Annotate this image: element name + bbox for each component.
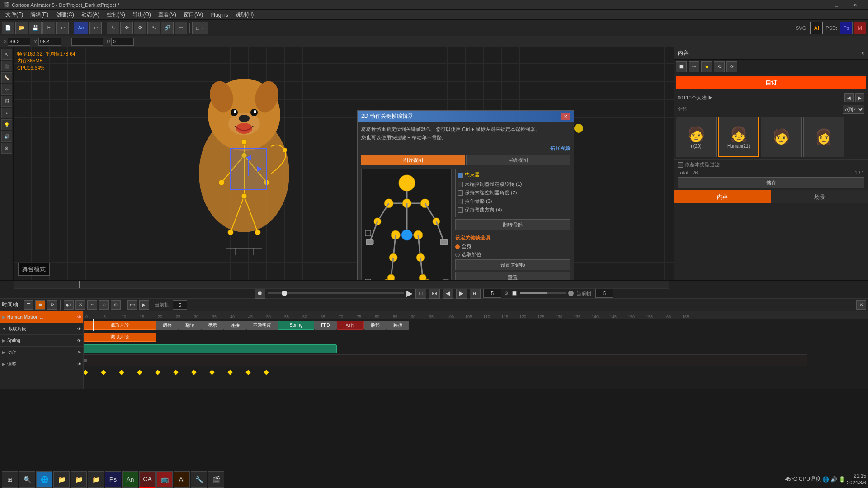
- sort-select[interactable]: A到Z: [843, 105, 864, 114]
- search-button[interactable]: 🔍: [19, 471, 35, 488]
- rotate-bones-button[interactable]: 翻转骨部: [455, 219, 570, 230]
- ps-button[interactable]: Ps: [840, 22, 853, 34]
- ai-btn[interactable]: Ai: [174, 471, 190, 488]
- check1[interactable]: [458, 182, 463, 187]
- taskbar-network[interactable]: 🌐: [822, 476, 829, 483]
- kf-7[interactable]: [209, 370, 214, 375]
- menu-export[interactable]: 导出(O): [129, 10, 155, 19]
- photoshop-button[interactable]: Ps: [105, 471, 121, 488]
- sidebar-select[interactable]: ↖: [1, 49, 12, 60]
- sidebar-settings[interactable]: ⚙: [1, 143, 12, 154]
- select-button[interactable]: ↖: [107, 22, 119, 34]
- menu-help[interactable]: 说明(H): [232, 10, 258, 19]
- volume-handle[interactable]: [568, 291, 574, 296]
- menu-animate[interactable]: 动态(A): [78, 10, 103, 19]
- clip-ffd[interactable]: FFD: [314, 321, 337, 330]
- edit-customize-button[interactable]: 自订: [676, 76, 866, 89]
- start-button[interactable]: ⊞: [2, 471, 18, 488]
- save-toolbar-button[interactable]: 💾: [29, 22, 42, 34]
- frame-input[interactable]: [483, 289, 501, 298]
- taskbar-volume[interactable]: 🔊: [830, 476, 837, 483]
- kf-1[interactable]: [101, 370, 106, 375]
- open-button[interactable]: 📂: [15, 22, 28, 34]
- expand-1[interactable]: ▶: [2, 314, 5, 319]
- kf-6[interactable]: [191, 370, 196, 375]
- step-fwd-button[interactable]: ▶: [456, 288, 467, 299]
- check2[interactable]: [458, 190, 463, 196]
- y-input[interactable]: [38, 38, 61, 46]
- canvas-area[interactable]: 帧率169.32, 平均值178.64 内存365MB CPU16.64%: [14, 47, 674, 280]
- play-button[interactable]: ▶: [406, 288, 413, 298]
- kf-10[interactable]: [264, 370, 269, 375]
- ae-button[interactable]: Ae: [74, 22, 88, 34]
- kf-3[interactable]: [137, 370, 142, 375]
- stop-button[interactable]: □: [415, 288, 426, 299]
- menu-plugins[interactable]: Plugins: [207, 11, 231, 19]
- tl-frame-input[interactable]: [173, 300, 187, 310]
- sidebar-camera[interactable]: 🎥: [1, 61, 12, 71]
- sidebar-bone[interactable]: 🦴: [1, 72, 12, 83]
- undo2-button[interactable]: ↩: [89, 22, 102, 34]
- skeleton-view[interactable]: [361, 169, 452, 280]
- sidebar-sprite[interactable]: 🖼: [1, 96, 12, 107]
- expand-4[interactable]: ▶: [2, 350, 5, 355]
- kf-5[interactable]: [173, 370, 178, 375]
- frame-button[interactable]: □→: [192, 22, 208, 34]
- tool6[interactable]: ✏: [175, 22, 187, 34]
- import-button[interactable]: ↩: [56, 22, 69, 34]
- ca-button[interactable]: CA: [139, 471, 156, 488]
- x-input[interactable]: [8, 38, 30, 46]
- clip-flip[interactable]: 翻转: [179, 321, 201, 330]
- track-spring-eye[interactable]: 👁: [77, 338, 81, 343]
- tab-content[interactable]: 内容: [674, 190, 771, 203]
- animate-button[interactable]: An: [122, 471, 138, 488]
- sidebar-mesh[interactable]: ⊹: [1, 84, 12, 95]
- kf-9[interactable]: [245, 370, 250, 375]
- clip-face[interactable]: 脸部: [364, 321, 387, 330]
- close-button[interactable]: ×: [846, 0, 864, 9]
- kf-tab-picture[interactable]: 图片视图: [361, 155, 465, 165]
- sidebar-particle[interactable]: ✦: [1, 108, 12, 118]
- track-row-spring[interactable]: [84, 343, 807, 355]
- radio-all[interactable]: 全身: [455, 243, 570, 250]
- tl-zoom-in[interactable]: ⊕: [111, 300, 121, 310]
- menu-file[interactable]: 文件(F): [2, 10, 27, 19]
- char-thumb-0[interactable]: 🧑 n(20): [676, 117, 717, 157]
- clip-spring[interactable]: Spring: [278, 321, 314, 330]
- kf-tab-layer[interactable]: 层级视图: [466, 155, 570, 165]
- clip-spring2[interactable]: [84, 344, 337, 353]
- panel-tb-2[interactable]: ✏: [689, 61, 699, 72]
- kf-4[interactable]: [155, 370, 160, 375]
- clip-capture[interactable]: 截取片段: [84, 321, 156, 330]
- clip-path[interactable]: 路径: [387, 321, 409, 330]
- menu-control[interactable]: 控制(N): [103, 10, 129, 19]
- task10[interactable]: 🎬: [208, 471, 224, 488]
- clip-action[interactable]: 动作: [337, 321, 364, 330]
- set-keyframe-button[interactable]: 设置关键帧: [455, 259, 570, 270]
- track-content[interactable]: 0 5 10 15 20 25 30 35 40 45 50 55 60 65 …: [84, 311, 868, 389]
- clip-opacity[interactable]: 不透明度: [246, 321, 278, 330]
- expand-5[interactable]: ▶: [2, 361, 5, 366]
- task9[interactable]: 🔧: [191, 471, 207, 488]
- volume-bar[interactable]: [520, 292, 566, 294]
- check4[interactable]: [458, 207, 463, 213]
- browser-button[interactable]: 🌐: [36, 471, 52, 488]
- tl-del-key[interactable]: ✕: [75, 300, 85, 310]
- m-button[interactable]: M: [854, 22, 866, 34]
- track-row-clip[interactable]: 截取片段: [84, 331, 807, 343]
- explorer-button[interactable]: 📁: [53, 471, 70, 488]
- reset-button[interactable]: 重置: [455, 272, 570, 280]
- expand-2[interactable]: ▼: [2, 326, 6, 331]
- tl-record[interactable]: ⏺: [35, 300, 45, 310]
- tl-list-view[interactable]: ☰: [24, 300, 33, 310]
- kf-dialog-link[interactable]: 拓展视频: [361, 145, 570, 152]
- radio-all-dot[interactable]: [455, 244, 460, 249]
- rotate-button[interactable]: ⟳: [134, 22, 146, 34]
- tool5[interactable]: 🔗: [161, 22, 174, 34]
- menu-window[interactable]: 窗口(W): [180, 10, 207, 19]
- track-adjust-eye[interactable]: 👁: [77, 362, 81, 366]
- panel-tb-1[interactable]: 🔲: [676, 61, 687, 72]
- kf-0[interactable]: [84, 370, 88, 375]
- content-save-button[interactable]: 储存: [678, 177, 864, 188]
- scrub-ruler[interactable]: [14, 281, 669, 289]
